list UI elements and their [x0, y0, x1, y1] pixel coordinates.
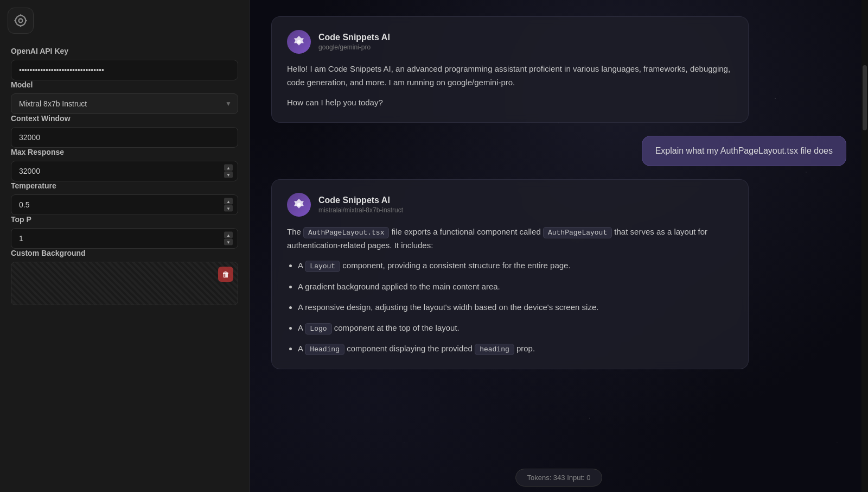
svg-point-0 — [16, 16, 26, 26]
code-tag-heading: Heading — [305, 344, 344, 355]
list-item: A Heading component displaying the provi… — [298, 342, 733, 356]
code-tag-layout: Layout — [305, 261, 340, 272]
temperature-input[interactable] — [11, 194, 238, 215]
list-item: A gradient background applied to the mai… — [298, 280, 733, 293]
sidebar: OpenAI API Key Model Mixtral 8x7b Instru… — [0, 0, 250, 492]
list-item: A Logo component at the top of the layou… — [298, 321, 733, 335]
message-header: Code Snippets AI mistralai/mixtral-8x7b-… — [287, 193, 733, 217]
scrollbar-track[interactable] — [861, 0, 868, 492]
message-body: The AuthPageLayout.tsx file exports a fu… — [287, 225, 733, 356]
svg-point-7 — [297, 203, 301, 207]
scrollbar-thumb[interactable] — [863, 65, 867, 130]
max-response-field-group: Max Response ▲ ▼ — [11, 148, 238, 181]
model-select-wrapper: Mixtral 8x7b Instruct GPT-4 GPT-3.5 Turb… — [11, 93, 238, 114]
intro-paragraph: The AuthPageLayout.tsx file exports a fu… — [287, 225, 733, 253]
top-p-label: Top P — [11, 215, 238, 224]
ai-name: Code Snippets AI — [318, 33, 390, 42]
ai-model: google/gemini-pro — [318, 43, 390, 51]
top-p-field-group: Top P ▲ ▼ — [11, 215, 238, 249]
api-key-field-group: OpenAI API Key — [11, 47, 238, 80]
user-message-text: Explain what my AuthPageLayout.tsx file … — [655, 146, 833, 155]
list-item: A responsive design, adjusting the layou… — [298, 301, 733, 314]
top-p-input-wrapper: ▲ ▼ — [11, 228, 238, 249]
temperature-label: Temperature — [11, 181, 238, 190]
delete-bg-button[interactable]: 🗑 — [218, 267, 233, 282]
user-message-bubble: Explain what my AuthPageLayout.tsx file … — [642, 136, 846, 166]
feature-list: A Layout component, providing a consiste… — [298, 259, 733, 356]
trash-icon: 🗑 — [222, 270, 229, 279]
context-window-input-wrapper — [11, 127, 238, 148]
max-response-label: Max Response — [11, 148, 238, 156]
message-text-2: How can I help you today? — [287, 96, 733, 110]
context-window-field-group: Context Window — [11, 114, 238, 148]
api-key-label: OpenAI API Key — [11, 47, 238, 55]
decrement-button[interactable]: ▼ — [224, 205, 233, 212]
avatar — [287, 193, 311, 217]
code-tag-logo: Logo — [305, 323, 331, 335]
context-window-label: Context Window — [11, 114, 238, 123]
decrement-button[interactable]: ▼ — [224, 172, 233, 178]
message-card: Code Snippets AI google/gemini-pro Hello… — [271, 16, 749, 123]
code-tag-2: AuthPageLayout — [543, 227, 612, 238]
model-select[interactable]: Mixtral 8x7b Instruct GPT-4 GPT-3.5 Turb… — [11, 93, 238, 114]
increment-button[interactable]: ▲ — [224, 198, 233, 205]
sidebar-fields: OpenAI API Key Model Mixtral 8x7b Instru… — [11, 47, 238, 305]
custom-bg-preview[interactable]: 🗑 — [11, 262, 238, 305]
top-p-controls: ▲ ▼ — [224, 232, 233, 245]
model-field-group: Model Mixtral 8x7b Instruct GPT-4 GPT-3.… — [11, 80, 238, 114]
token-bar: Tokens: 343 Input: 0 — [250, 463, 868, 492]
ai-message-second: Code Snippets AI mistralai/mixtral-8x7b-… — [271, 179, 749, 369]
max-response-input[interactable] — [11, 161, 238, 181]
ai-message-first: Code Snippets AI google/gemini-pro Hello… — [271, 16, 749, 123]
top-p-input[interactable] — [11, 228, 238, 249]
text-intro-2: file exports a functional component call… — [392, 227, 543, 236]
ai-name: Code Snippets AI — [318, 195, 403, 205]
user-message: Explain what my AuthPageLayout.tsx file … — [642, 136, 846, 166]
code-tag-heading-prop: heading — [475, 344, 514, 355]
code-tag-1: AuthPageLayout.tsx — [303, 227, 389, 238]
list-item: A Layout component, providing a consiste… — [298, 259, 733, 273]
message-card: Code Snippets AI mistralai/mixtral-8x7b-… — [271, 179, 749, 369]
ai-model: mistralai/mixtral-8x7b-instruct — [318, 206, 403, 214]
temperature-field-group: Temperature ▲ ▼ — [11, 181, 238, 215]
api-key-input[interactable] — [11, 60, 238, 80]
temperature-input-wrapper: ▲ ▼ — [11, 194, 238, 215]
custom-bg-field-group: Custom Background 🗑 — [11, 249, 238, 305]
message-meta: Code Snippets AI google/gemini-pro — [318, 33, 390, 51]
svg-point-1 — [19, 19, 23, 23]
max-response-input-wrapper: ▲ ▼ — [11, 161, 238, 181]
temperature-controls: ▲ ▼ — [224, 198, 233, 212]
message-meta: Code Snippets AI mistralai/mixtral-8x7b-… — [318, 195, 403, 214]
message-text-1: Hello! I am Code Snippets AI, an advance… — [287, 62, 733, 90]
increment-button[interactable]: ▲ — [224, 165, 233, 171]
increment-button[interactable]: ▲ — [224, 232, 233, 238]
context-window-input[interactable] — [11, 127, 238, 148]
custom-bg-label: Custom Background — [11, 249, 238, 257]
max-response-controls: ▲ ▼ — [224, 165, 233, 178]
decrement-button[interactable]: ▼ — [224, 239, 233, 245]
svg-point-6 — [297, 40, 301, 44]
text-intro-1: The — [287, 227, 303, 236]
app-logo — [8, 8, 34, 34]
token-info-text: Tokens: 343 Input: 0 — [527, 474, 590, 482]
message-body: Hello! I am Code Snippets AI, an advance… — [287, 62, 733, 109]
token-badge: Tokens: 343 Input: 0 — [515, 469, 602, 487]
main-chat: Code Snippets AI google/gemini-pro Hello… — [250, 0, 868, 492]
model-label: Model — [11, 80, 238, 89]
avatar — [287, 30, 311, 54]
message-header: Code Snippets AI google/gemini-pro — [287, 30, 733, 54]
chat-scroll-area[interactable]: Code Snippets AI google/gemini-pro Hello… — [250, 0, 868, 463]
